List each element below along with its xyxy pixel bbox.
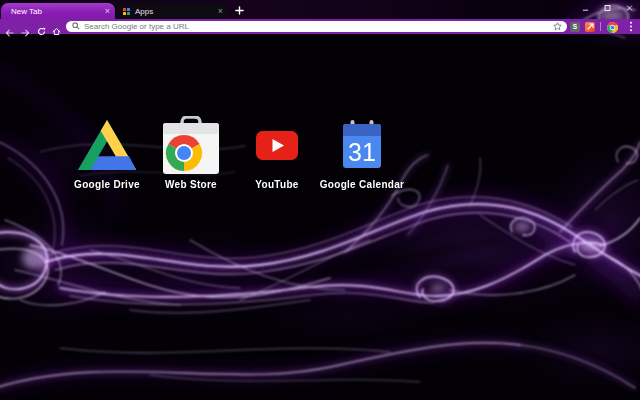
back-icon — [5, 29, 14, 37]
youtube-icon — [256, 131, 298, 160]
tab-apps[interactable]: Apps × — [116, 3, 228, 19]
search-input[interactable] — [84, 22, 553, 31]
kebab-menu-icon — [629, 21, 633, 32]
window-controls — [579, 2, 635, 14]
browser-toolbar: S — [0, 19, 640, 34]
app-label: Web Store — [165, 179, 217, 190]
app-google-drive[interactable]: Google Drive — [62, 114, 152, 194]
google-drive-icon — [76, 120, 138, 170]
arrow-glyph — [587, 23, 594, 30]
maximize-button[interactable] — [601, 2, 613, 14]
app-label: Google Calendar — [320, 179, 405, 190]
bookmark-star-icon[interactable] — [553, 22, 562, 31]
refresh-button[interactable] — [37, 22, 46, 40]
app-youtube[interactable]: YouTube — [232, 114, 322, 194]
minimize-button[interactable] — [579, 2, 591, 14]
wallpaper-purple-smoke — [0, 0, 640, 400]
extension-s-button[interactable]: S — [570, 22, 580, 32]
tab-title: New Tab — [11, 7, 42, 16]
toolbar-separator — [600, 22, 601, 31]
extension-orange-button[interactable] — [585, 22, 595, 32]
close-window-button[interactable] — [623, 2, 635, 14]
apps-favicon — [123, 8, 130, 15]
calendar-day-text: 31 — [348, 138, 376, 166]
omnibox[interactable] — [66, 21, 567, 32]
refresh-icon — [37, 27, 46, 36]
new-tab-button[interactable] — [234, 5, 245, 16]
app-label: Google Drive — [74, 179, 140, 190]
chrome-logo-icon — [606, 21, 619, 34]
app-google-calendar[interactable]: 31 Google Calendar — [317, 114, 407, 194]
forward-button[interactable] — [21, 23, 30, 41]
app-label: YouTube — [255, 179, 298, 190]
home-icon — [52, 27, 61, 36]
tab-title: Apps — [135, 7, 153, 16]
google-calendar-icon: 31 — [342, 120, 382, 170]
web-store-icon — [163, 116, 219, 174]
app-web-store[interactable]: Web Store — [146, 114, 236, 194]
tab-new-tab[interactable]: New Tab × — [1, 3, 115, 19]
tab-close-icon[interactable]: × — [218, 7, 223, 16]
plus-icon — [235, 6, 244, 15]
home-button[interactable] — [52, 22, 61, 40]
menu-button[interactable] — [626, 21, 635, 32]
chrome-profile-avatar[interactable] — [606, 20, 619, 33]
forward-icon — [21, 29, 30, 37]
tab-close-icon[interactable]: × — [105, 7, 110, 16]
search-icon — [72, 22, 80, 30]
back-button[interactable] — [5, 23, 14, 41]
